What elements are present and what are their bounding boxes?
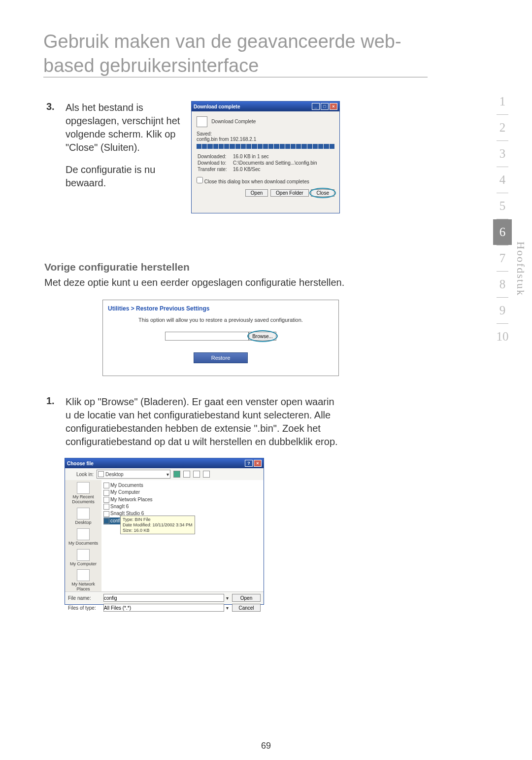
recent-icon [77,482,90,494]
chapter-7[interactable]: 7 [493,245,512,271]
title-underline [43,77,428,77]
file-list[interactable]: My Documents My Computer My Network Plac… [101,480,264,591]
choose-file-dialog: Choose file ? × Look in: Desktop ▾ My Re… [65,458,264,605]
open-folder-button[interactable]: Open Folder [270,189,309,197]
up-icon[interactable] [183,471,190,478]
chapter-label: Hoofdstuk [514,242,527,296]
saved-file: config.bin from 192.168.2.1 [197,137,334,142]
page-number: 69 [261,741,271,751]
download-header-row: Download Complete [197,116,334,127]
folder-icon [103,483,109,488]
step-3-text-b: De configuratie is nu bewaard. [66,163,184,190]
documents-icon [77,528,90,540]
tooltip-date: Date Modified: 10/11/2002 3:34 PM [123,522,193,528]
chapter-1[interactable]: 1 [493,89,512,114]
filename-label: File name: [68,595,101,601]
cf-titlebar[interactable]: Choose file ? × [65,458,264,468]
shortcut-icon [103,511,109,517]
restore-button[interactable]: Restore [194,352,248,363]
filetype-input[interactable] [103,604,224,612]
list-item[interactable]: My Computer [103,489,262,496]
cf-title: Choose file [67,461,245,466]
close-checkbox-row: Close this dialog box when download comp… [197,177,334,184]
download-info-table: Downloaded:16.0 KB in 1 sec Download to:… [197,153,318,173]
close-checkbox-label: Close this dialog box when download comp… [204,179,309,184]
file-icon [103,518,109,524]
sidebar-network[interactable]: My Network Places [65,569,101,592]
tooltip-size: Size: 16.0 KB [123,528,193,533]
list-item[interactable]: SnagIt 6 [103,503,262,510]
cf-sidebar: My Recent Documents Desktop My Documents… [65,480,101,591]
file-tooltip: Type: BIN File Date Modified: 10/11/2002… [120,516,195,534]
sidebar-desktop[interactable]: Desktop [75,508,91,525]
lookin-dropdown[interactable]: Desktop ▾ [97,470,170,479]
close-icon[interactable]: × [330,103,337,110]
restore-file-input[interactable] [165,332,249,341]
transfer-label: Transfer rate: [198,167,232,172]
open-button[interactable]: Open [245,189,268,197]
cf-close-icon[interactable]: × [254,460,262,467]
subheading: Vorige configuratie herstellen [44,261,190,273]
transfer-value: 16.0 KB/Sec [233,167,317,172]
downloaded-label: Downloaded: [198,154,232,159]
shortcut-icon [103,504,109,510]
download-to-value: C:\Documents and Setting...\config.bin [233,160,317,166]
chapter-3[interactable]: 3 [493,141,512,167]
folder-icon [103,490,109,496]
help-icon[interactable]: ? [245,460,253,467]
cf-open-button[interactable]: Open [232,594,261,602]
sidebar-recent[interactable]: My Recent Documents [65,482,101,505]
download-complete-dialog: Download complete _ □ × Download Complet… [191,101,340,213]
chapter-sidebar: 1 2 3 4 5 6 7 8 9 10 [493,89,512,349]
sidebar-documents-label: My Documents [68,541,98,546]
sidebar-computer[interactable]: My Computer [70,549,97,567]
sidebar-desktop-label: Desktop [75,520,91,525]
tooltip-type: Type: BIN File [123,517,193,522]
lookin-label: Look in: [68,472,94,477]
computer-icon [77,549,90,561]
download-to-label: Download to: [198,160,232,166]
chapter-5[interactable]: 5 [493,193,512,219]
download-header: Download Complete [211,119,256,124]
downloaded-value: 16.0 KB in 1 sec [233,154,317,159]
browse-button[interactable]: Browse... [249,332,276,341]
chapter-4[interactable]: 4 [493,167,512,193]
view-icon[interactable] [203,471,210,478]
step-3-text-a: Als het bestand is opgeslagen, verschijn… [66,101,184,154]
cf-cancel-button[interactable]: Cancel [232,604,261,612]
progress-bar [197,144,334,149]
maximize-icon[interactable]: □ [321,103,329,110]
download-icon [197,116,207,127]
close-checkbox[interactable] [197,177,203,183]
filename-input[interactable] [103,594,224,602]
step-number-1: 1. [46,395,55,407]
step-1-text: Klik op "Browse" (Bladeren). Er gaat een… [66,395,340,449]
page-title: Gebruik maken van de geavanceerde web-ba… [43,30,437,78]
folder-icon [103,497,109,503]
dialog-title: Download complete [194,104,311,109]
list-item[interactable]: My Documents [103,482,262,489]
restore-panel: Utilities > Restore Previous Settings Th… [102,300,339,376]
new-folder-icon[interactable] [193,471,200,478]
chapter-10[interactable]: 10 [493,324,512,349]
close-button[interactable]: Close [311,189,334,197]
sidebar-documents[interactable]: My Documents [68,528,98,546]
saved-label: Saved: [197,131,334,137]
sidebar-recent-label: My Recent Documents [65,495,101,505]
chapter-6[interactable]: 6 [493,219,512,245]
restore-desc: This option will allow you to restore a … [108,317,333,323]
dialog-titlebar[interactable]: Download complete _ □ × [192,102,339,111]
back-icon[interactable] [173,471,180,478]
network-icon [77,569,90,581]
minimize-icon[interactable]: _ [312,103,320,110]
chapter-2[interactable]: 2 [493,115,512,140]
desktop-icon [98,471,104,477]
sidebar-network-label: My Network Places [65,582,101,592]
chapter-8[interactable]: 8 [493,272,512,297]
list-item[interactable]: My Network Places [103,496,262,503]
sub-text: Met deze optie kunt u een eerder opgesla… [44,277,344,288]
sidebar-computer-label: My Computer [70,562,97,567]
chapter-9[interactable]: 9 [493,298,512,323]
step-number-3: 3. [46,101,55,112]
lookin-value: Desktop [105,472,124,477]
